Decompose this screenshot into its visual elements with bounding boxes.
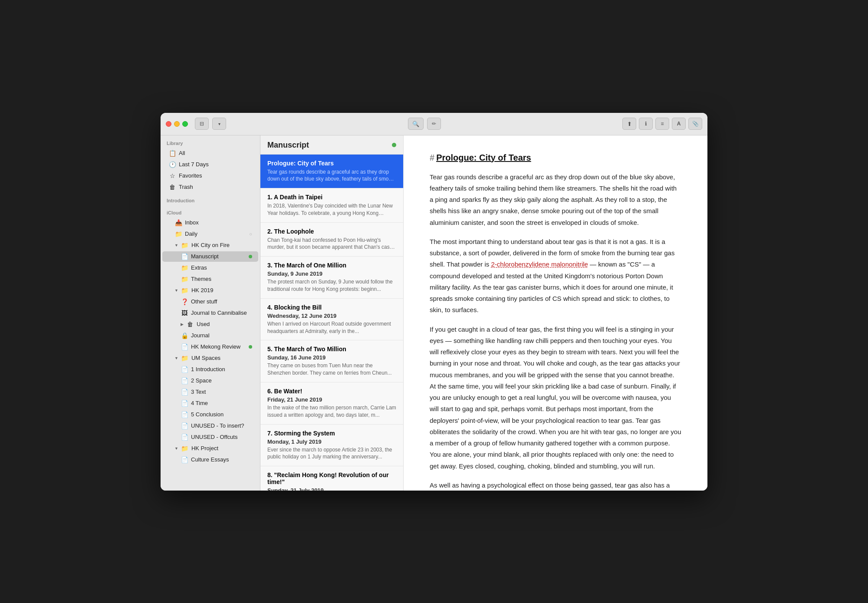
sidebar-item-journal[interactable]: 🔒 Journal — [162, 330, 258, 341]
compose-button[interactable]: ✏ — [427, 118, 441, 130]
font-button[interactable]: A — [672, 118, 686, 130]
folder-icon: 📁 — [181, 242, 189, 249]
doc-title: 3. The March of One Million — [267, 262, 396, 269]
document-icon: 📄 — [181, 411, 188, 418]
all-icon: 📋 — [168, 150, 176, 157]
sidebar-item-journalcannibalise[interactable]: 🖼 Journal to Cannibalise — [162, 308, 258, 318]
doc-subtitle: Sunday, 16 June 2019 — [267, 354, 396, 361]
doc-item-loophole[interactable]: 2. The Loophole Chan Tong-kai had confes… — [260, 223, 403, 257]
expand-icon: ▼ — [174, 288, 178, 293]
titlebar: ⊟ ▾ 🔍 ✏ ⬆ ℹ ≡ A — [161, 113, 707, 135]
expand-icon: ▼ — [174, 243, 178, 247]
sidebar-item-umspaces[interactable]: ▼ 📁 UM Spaces — [162, 353, 258, 363]
document-icon: 📄 — [181, 434, 188, 441]
doc-item-storming-system[interactable]: 7. Storming the System Monday, 1 July 20… — [260, 425, 403, 467]
document-list: Prologue: City of Tears Tear gas rounds … — [260, 155, 403, 491]
sidebar-item-hk2019[interactable]: ▼ 📁 HK 2019 — [162, 285, 258, 296]
doc-item-prologue[interactable]: Prologue: City of Tears Tear gas rounds … — [260, 155, 403, 189]
sidebar-item-daily[interactable]: 📁 Daily ○ — [162, 229, 258, 239]
doc-preview: The protest march on Sunday, 9 June woul… — [267, 278, 396, 293]
doc-item-blocking-bill[interactable]: 4. Blocking the Bill Wednesday, 12 June … — [260, 299, 403, 341]
sidebar-item-label: Journal — [191, 332, 252, 339]
search-button[interactable]: 🔍 — [408, 118, 424, 130]
sidebar-item-text3[interactable]: 📄 3 Text — [162, 387, 258, 397]
sidebar-item-trash[interactable]: 🗑 Trash — [162, 182, 258, 192]
sidebar-item-hkcityonfire[interactable]: ▼ 📁 HK City on Fire — [162, 240, 258, 250]
star-icon: ☆ — [168, 172, 176, 179]
sidebar-item-hkmekong[interactable]: 📄 HK Mekong Review — [162, 342, 258, 352]
doc-preview: When I arrived on Harcourt Road outside … — [267, 320, 396, 335]
share-button[interactable]: ⬆ — [622, 118, 636, 130]
search-icon: 🔍 — [412, 121, 419, 127]
sidebar-item-conclusion5[interactable]: 📄 5 Conclusion — [162, 409, 258, 420]
doc-subtitle: Wednesday, 12 June 2019 — [267, 313, 396, 319]
folder-icon: 📁 — [181, 445, 189, 452]
sidebar-item-label: 3 Text — [191, 389, 252, 395]
sidebar-item-hkproject[interactable]: ▼ 📁 HK Project — [162, 443, 258, 454]
sidebar-item-favorites[interactable]: ☆ Favorites — [162, 171, 258, 181]
sidebar-item-used[interactable]: ▶ 🗑 Used — [162, 319, 258, 330]
doc-title: 8. "Reclaim Hong Kong! Revolution of our… — [267, 471, 396, 485]
sidebar-toggle-button[interactable]: ⊟ — [195, 118, 209, 130]
doc-item-be-water[interactable]: 6. Be Water! Friday, 21 June 2019 In the… — [260, 382, 403, 425]
sidebar-item-otherstuff[interactable]: ❓ Other stuff — [162, 297, 258, 307]
sidebar-item-unused2[interactable]: 📄 UNUSED - Offcuts — [162, 432, 258, 442]
document-icon: 📄 — [181, 377, 188, 384]
attach-button[interactable]: 📎 — [688, 118, 702, 130]
sidebar-item-label: Culture Essays — [191, 456, 252, 463]
sidebar-item-all[interactable]: 📋 All — [162, 148, 258, 158]
sidebar-item-label: HK Project — [191, 445, 252, 451]
folder-icon: 📁 — [174, 231, 182, 237]
sidebar-item-label: Last 7 Days — [179, 161, 252, 168]
sidebar-item-extras[interactable]: 📁 Extras — [162, 263, 258, 273]
clock-icon: 🕐 — [168, 161, 176, 168]
doc-item-death-taipei[interactable]: 1. A Death in Taipei In 2018, Valentine'… — [260, 188, 403, 223]
trash-icon: 🗑 — [186, 321, 194, 328]
sidebar-item-inbox[interactable]: 📥 Inbox — [162, 217, 258, 228]
sidebar: Library 📋 All 🕐 Last 7 Days ☆ Favorites … — [161, 135, 260, 491]
share-icon: ⬆ — [627, 121, 632, 127]
content-heading: #Prologue: City of Tears — [430, 153, 681, 163]
content-editor[interactable]: #Prologue: City of Tears Tear gas rounds… — [404, 135, 707, 491]
minimize-button[interactable] — [174, 121, 180, 127]
sidebar-item-time4[interactable]: 📄 4 Time — [162, 398, 258, 409]
sidebar-item-unused1[interactable]: 📄 UNUSED - To insert? — [162, 421, 258, 431]
format-button[interactable]: ≡ — [655, 118, 669, 130]
sidebar-item-manuscript[interactable]: 📄 Manuscript — [162, 251, 258, 262]
library-label: Library — [161, 135, 260, 148]
doc-title: 7. Storming the System — [267, 430, 396, 437]
collection-sync-dot — [392, 143, 396, 147]
doc-item-march-two-million[interactable]: 5. The March of Two Million Sunday, 16 J… — [260, 340, 403, 382]
sidebar-item-label: Manuscript — [191, 253, 246, 260]
chevron-down-button[interactable]: ▾ — [212, 118, 226, 130]
sidebar-item-cultureessays[interactable]: 📄 Culture Essays — [162, 455, 258, 465]
trash-icon: 🗑 — [168, 184, 176, 191]
doc-preview: They came on buses from Tuen Mun near th… — [267, 362, 396, 377]
doc-title: 1. A Death in Taipei — [267, 194, 396, 201]
cs-link[interactable]: 2-chlorobenzylidene malononitrile — [491, 260, 588, 268]
toolbar-right: ⬆ ℹ ≡ A 📎 — [622, 118, 702, 130]
heading-text: Prologue: City of Tears — [436, 153, 531, 162]
sidebar-item-space2[interactable]: 📄 2 Space — [162, 376, 258, 386]
doc-item-march-million[interactable]: 3. The March of One Million Sunday, 9 Ju… — [260, 257, 403, 299]
close-button[interactable] — [166, 121, 171, 127]
sidebar-item-label: Other stuff — [191, 298, 252, 305]
document-icon: 📄 — [181, 400, 188, 407]
doc-preview: Ever since the march to oppose Article 2… — [267, 446, 396, 461]
sidebar-item-label: All — [179, 150, 252, 156]
sidebar-item-last7[interactable]: 🕐 Last 7 Days — [162, 159, 258, 170]
doc-subtitle: Friday, 21 June 2019 — [267, 396, 396, 403]
folder-icon: 📁 — [181, 276, 188, 283]
main-content: Library 📋 All 🕐 Last 7 Days ☆ Favorites … — [161, 135, 707, 491]
fullscreen-button[interactable] — [182, 121, 188, 127]
sidebar-item-label: UNUSED - To insert? — [191, 422, 252, 429]
sidebar-item-intro1[interactable]: 📄 1 Introduction — [162, 364, 258, 375]
doc-item-reclaim[interactable]: 8. "Reclaim Hong Kong! Revolution of our… — [260, 466, 403, 490]
document-icon: 📄 — [181, 366, 188, 373]
info-button[interactable]: ℹ — [639, 118, 653, 130]
daily-badge: ○ — [249, 231, 252, 237]
sidebar-item-label: HK City on Fire — [191, 242, 252, 248]
sidebar-item-themes[interactable]: 📁 Themes — [162, 274, 258, 284]
doc-preview: Tear gas rounds describe a graceful arc … — [267, 168, 396, 183]
image-icon: 🖼 — [181, 310, 188, 316]
